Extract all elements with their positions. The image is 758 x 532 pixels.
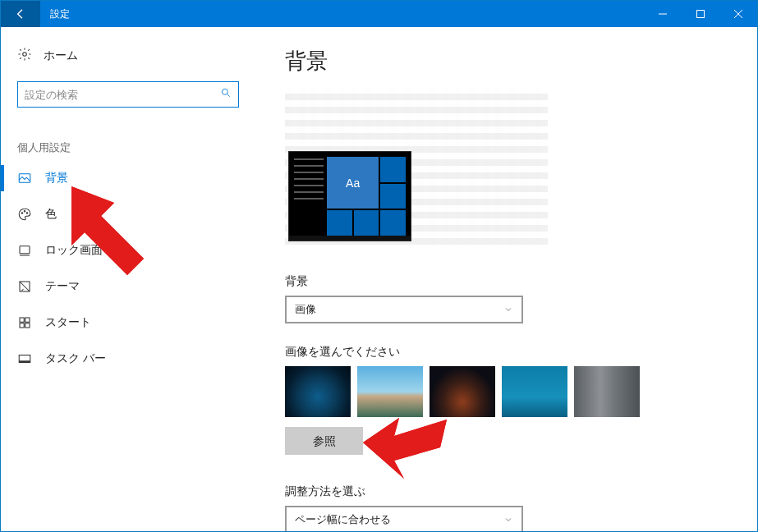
page-title: 背景: [285, 47, 757, 76]
window-title: 設定: [50, 7, 70, 21]
svg-point-6: [26, 213, 28, 214]
maximize-button[interactable]: [682, 1, 719, 27]
nav-label: タスク バー: [45, 351, 106, 366]
search-icon: [220, 87, 232, 102]
group-header: 個人用設定: [17, 140, 255, 155]
main-panel: 背景 Aa 背景 画像 画像を選んでください: [255, 27, 757, 531]
chevron-down-icon: [503, 515, 513, 525]
picture-icon: [17, 171, 32, 186]
choose-image-label: 画像を選んでください: [285, 345, 757, 360]
window-controls: [644, 1, 757, 27]
svg-marker-15: [71, 186, 144, 275]
background-select-value: 画像: [295, 302, 316, 317]
svg-rect-14: [19, 360, 30, 362]
fit-label: 調整方法を選ぶ: [285, 484, 757, 499]
gear-icon: [17, 47, 32, 65]
fit-select-value: ページ幅に合わせる: [295, 512, 391, 527]
sidebar-item-start[interactable]: スタート: [1, 305, 255, 341]
image-thumbnails: [285, 366, 757, 417]
background-select[interactable]: 画像: [285, 296, 523, 323]
start-icon: [17, 315, 32, 330]
preview-tile-text: Aa: [327, 157, 379, 209]
desktop-preview: Aa: [285, 89, 548, 245]
back-button[interactable]: [1, 1, 40, 27]
nav-label: スタート: [45, 315, 91, 330]
svg-point-1: [23, 53, 27, 57]
arrow-left-icon: [14, 7, 27, 21]
svg-rect-9: [20, 318, 24, 322]
home-button[interactable]: ホーム: [1, 42, 255, 76]
theme-icon: [17, 279, 32, 294]
browse-button[interactable]: 参照: [285, 427, 363, 455]
nav-label: 色: [45, 207, 57, 222]
thumbnail-5[interactable]: [574, 366, 640, 417]
svg-rect-12: [25, 323, 30, 328]
search-input[interactable]: [17, 81, 239, 108]
close-button[interactable]: [719, 1, 757, 27]
svg-rect-11: [20, 323, 24, 328]
minimize-button[interactable]: [644, 1, 682, 27]
taskbar-icon: [17, 351, 32, 366]
titlebar: 設定: [1, 1, 757, 27]
search-field[interactable]: [25, 89, 220, 101]
svg-rect-0: [697, 11, 705, 18]
palette-icon: [17, 207, 32, 222]
annotation-arrow-1: [65, 180, 163, 290]
background-label: 背景: [285, 274, 757, 289]
fit-select[interactable]: ページ幅に合わせる: [285, 506, 523, 531]
home-label: ホーム: [44, 48, 78, 63]
chevron-down-icon: [503, 305, 513, 314]
svg-marker-16: [363, 418, 447, 479]
svg-point-4: [21, 213, 23, 214]
sidebar-item-taskbar[interactable]: タスク バー: [1, 341, 255, 377]
annotation-arrow-2: [358, 403, 448, 497]
lockscreen-icon: [17, 243, 32, 258]
thumbnail-1[interactable]: [285, 366, 351, 417]
svg-point-2: [222, 89, 227, 94]
svg-rect-10: [25, 318, 30, 322]
svg-rect-7: [20, 246, 30, 254]
thumbnail-4[interactable]: [502, 366, 567, 417]
svg-point-5: [24, 211, 25, 213]
